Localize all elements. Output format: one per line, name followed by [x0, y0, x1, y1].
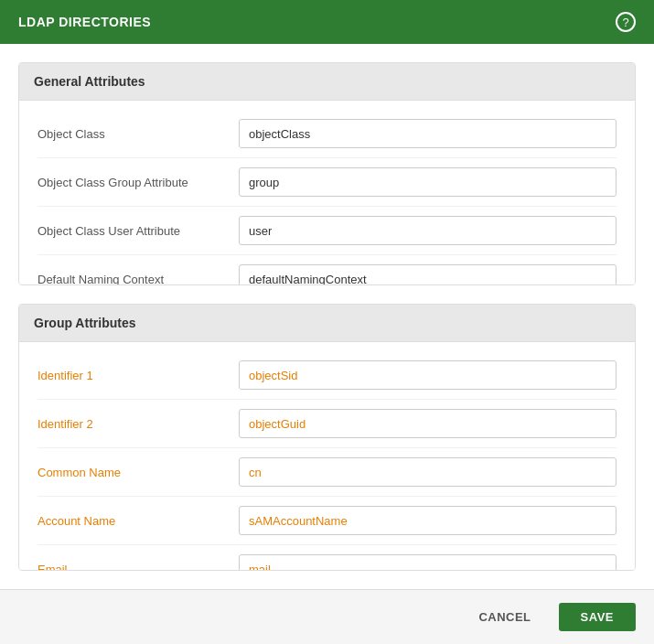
modal-content: General Attributes Object Class Object C… [0, 44, 654, 589]
field-input-identifier1[interactable] [239, 360, 616, 390]
general-attributes-header: General Attributes [19, 63, 635, 101]
field-input-common-name[interactable] [239, 457, 616, 487]
cancel-button[interactable]: CANCEL [460, 603, 549, 631]
general-attributes-section: General Attributes Object Class Object C… [18, 62, 636, 285]
field-input-email[interactable] [239, 554, 616, 571]
field-row-object-class-user: Object Class User Attribute [38, 207, 616, 255]
field-row-common-name: Common Name [38, 448, 616, 497]
field-input-object-class-group[interactable] [239, 167, 616, 197]
field-input-object-class[interactable] [239, 119, 616, 148]
group-attributes-header: Group Attributes [19, 305, 635, 342]
field-label-identifier2: Identifier 2 [38, 417, 239, 431]
field-row-email: Email [38, 545, 616, 571]
field-label-account-name: Account Name [38, 514, 239, 528]
field-row-object-class: Object Class [38, 110, 616, 158]
field-label-default-naming: Default Naming Context [38, 273, 239, 286]
field-input-identifier2[interactable] [239, 409, 616, 438]
field-row-account-name: Account Name [38, 497, 616, 545]
field-input-object-class-user[interactable] [239, 216, 616, 245]
field-label-email: Email [38, 563, 239, 571]
modal-footer: CANCEL SAVE [0, 589, 654, 644]
field-label-identifier1: Identifier 1 [38, 369, 239, 382]
field-label-object-class-user: Object Class User Attribute [38, 224, 239, 238]
general-attributes-body: Object Class Object Class Group Attribut… [19, 101, 635, 285]
field-input-account-name[interactable] [239, 506, 616, 535]
field-input-default-naming[interactable] [239, 264, 616, 285]
modal-title: LDAP DIRECTORIES [18, 15, 151, 29]
field-label-common-name: Common Name [38, 466, 239, 479]
field-label-object-class-group: Object Class Group Attribute [38, 176, 239, 189]
help-icon[interactable]: ? [616, 12, 636, 32]
field-label-object-class: Object Class [38, 127, 239, 141]
group-attributes-section: Group Attributes Identifier 1 Identifier… [18, 304, 636, 571]
save-button[interactable]: SAVE [559, 603, 636, 631]
group-attributes-body: Identifier 1 Identifier 2 Common Name Ac… [19, 342, 635, 571]
modal-container: LDAP DIRECTORIES ? General Attributes Ob… [0, 0, 654, 644]
field-row-identifier1: Identifier 1 [38, 351, 616, 400]
field-row-default-naming: Default Naming Context [38, 255, 616, 285]
modal-header: LDAP DIRECTORIES ? [0, 0, 654, 44]
field-row-object-class-group: Object Class Group Attribute [38, 158, 616, 207]
field-row-identifier2: Identifier 2 [38, 400, 616, 448]
